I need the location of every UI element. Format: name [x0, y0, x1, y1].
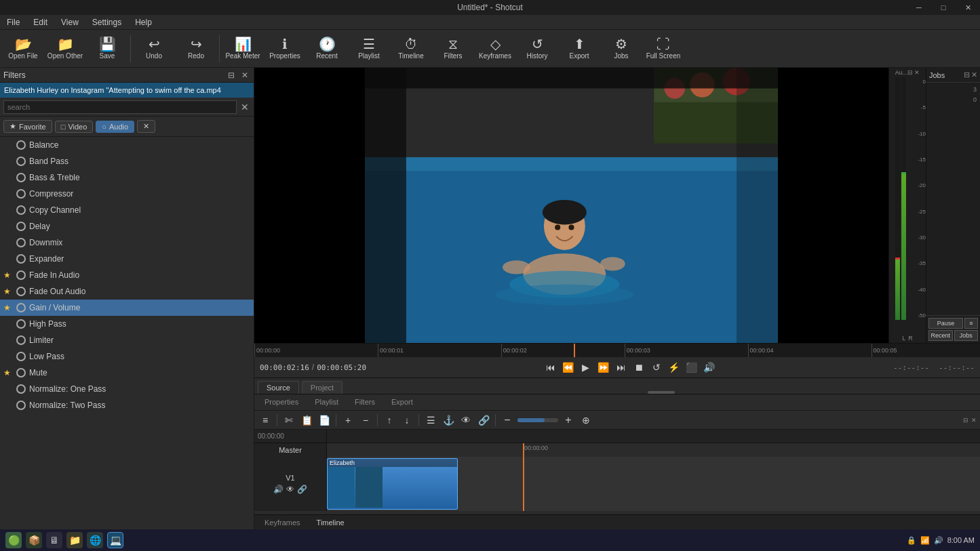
taskbar-icon-4[interactable]: 🌐	[87, 532, 103, 548]
filter-normalize-one[interactable]: Normalize: One Pass	[0, 381, 254, 397]
tab-source[interactable]: Source	[258, 381, 299, 394]
tab-properties[interactable]: Properties	[258, 396, 305, 409]
taskbar-start[interactable]: 🟢	[5, 532, 22, 548]
close-btn[interactable]: ✕	[956, 0, 980, 15]
meter-ctrl-2[interactable]: ✕	[914, 69, 920, 76]
toggle-btn-4[interactable]: ⬛	[684, 360, 699, 375]
tl-panel-ctrl-1[interactable]: ⊟	[963, 417, 968, 424]
tl-zoom-out-btn[interactable]: −	[500, 413, 515, 428]
filter-gain-volume[interactable]: ★ Gain / Volume	[0, 300, 254, 316]
filter-balance[interactable]: Balance	[0, 137, 254, 153]
maximize-btn[interactable]: □	[931, 0, 956, 15]
tab-playlist[interactable]: Playlist	[308, 396, 345, 409]
toggle-btn-1[interactable]: ⏹	[631, 360, 646, 375]
tab-export[interactable]: Export	[385, 396, 420, 409]
tl-ripple-btn[interactable]: ⚓	[441, 413, 456, 428]
tl-zoom-in-btn[interactable]: +	[561, 413, 576, 428]
undo-button[interactable]: ↩ Undo	[134, 31, 174, 66]
filter-limiter[interactable]: Limiter	[0, 332, 254, 348]
search-clear-btn[interactable]: ✕	[239, 102, 250, 113]
filter-low-pass[interactable]: Low Pass	[0, 348, 254, 365]
skip-start-btn[interactable]: ⏮	[543, 360, 558, 375]
tab-project[interactable]: Project	[302, 381, 342, 394]
save-button[interactable]: 💾 Save	[87, 31, 128, 66]
toggle-btn-5[interactable]: 🔊	[702, 360, 717, 375]
menu-view[interactable]: View	[54, 15, 85, 30]
tl-append-btn[interactable]: ✄	[281, 413, 296, 428]
video-player[interactable]	[254, 68, 888, 343]
open-other-button[interactable]: 📁 Open Other	[45, 31, 85, 66]
peak-meter-button[interactable]: 📊 Peak Meter	[222, 31, 263, 66]
open-file-button[interactable]: 📂 Open File	[3, 31, 43, 66]
taskbar-icon-1[interactable]: 📦	[26, 532, 42, 548]
filters-undock-btn[interactable]: ⊟	[226, 70, 237, 81]
prev-frame-btn[interactable]: ⏪	[561, 360, 576, 375]
clip-elizabeth[interactable]: Elizabeth	[327, 458, 458, 510]
meter-ctrl-1[interactable]: ⊟	[907, 69, 913, 76]
search-input[interactable]	[3, 100, 237, 114]
menu-help[interactable]: Help	[128, 15, 159, 30]
filter-delay[interactable]: Delay	[0, 218, 254, 234]
filter-normalize-two[interactable]: Normalize: Two Pass	[0, 397, 254, 413]
jobs-menu-button[interactable]: ≡	[964, 318, 978, 329]
export-button[interactable]: ⬆ Export	[559, 31, 600, 66]
filters-button[interactable]: ⧖ Filters	[433, 31, 473, 66]
playlist-button[interactable]: ☰ Playlist	[349, 31, 389, 66]
tl-drop-btn[interactable]: ↓	[399, 413, 414, 428]
tl-scrub-btn[interactable]: 👁	[458, 413, 473, 428]
filter-mute[interactable]: ★ Mute	[0, 365, 254, 381]
skip-end-btn[interactable]: ⏭	[614, 360, 629, 375]
tab-timeline[interactable]: Timeline	[310, 517, 351, 528]
jobs-ctrl-2[interactable]: ✕	[971, 70, 977, 79]
jobs-ctrl-1[interactable]: ⊟	[964, 70, 970, 79]
next-frame-btn[interactable]: ⏩	[596, 360, 611, 375]
jobs-button[interactable]: ⚙ Jobs	[601, 31, 642, 66]
filter-expander[interactable]: Expander	[0, 251, 254, 267]
filter-bass-treble[interactable]: Bass & Treble	[0, 169, 254, 186]
menu-settings[interactable]: Settings	[85, 15, 128, 30]
tl-overwrite-btn[interactable]: ☰	[423, 413, 438, 428]
redo-button[interactable]: ↪ Redo	[176, 31, 216, 66]
filter-compressor[interactable]: Compressor	[0, 186, 254, 202]
tl-menu-btn[interactable]: ≡	[258, 413, 273, 428]
shotcut-active-icon[interactable]: 💻	[107, 532, 123, 548]
audio-icon-btn[interactable]: 🔊	[273, 485, 283, 494]
play-btn[interactable]: ▶	[579, 360, 593, 375]
filter-fade-out-audio[interactable]: ★ Fade Out Audio	[0, 283, 254, 300]
full-screen-button[interactable]: ⛶ Full Screen	[643, 31, 684, 66]
tl-snap-btn[interactable]: 🔗	[476, 413, 491, 428]
filter-downmix[interactable]: Downmix	[0, 234, 254, 251]
tl-paste-btn[interactable]: 📄	[317, 413, 332, 428]
jobs-view-button[interactable]: Jobs	[954, 330, 979, 341]
link-icon-btn[interactable]: 🔗	[297, 485, 307, 494]
keyframes-button[interactable]: ◇ Keyframes	[475, 31, 515, 66]
tab-audio[interactable]: ○ Audio	[96, 121, 134, 133]
tab-favorite[interactable]: ★ Favorite	[3, 120, 52, 133]
tab-remove[interactable]: ✕	[137, 120, 155, 133]
filter-band-pass[interactable]: Band Pass	[0, 153, 254, 169]
menu-edit[interactable]: Edit	[26, 15, 54, 30]
tl-add-track-btn[interactable]: +	[340, 413, 355, 428]
recent-button[interactable]: 🕐 Recent	[307, 31, 347, 66]
tl-zoom-bar[interactable]	[517, 418, 558, 422]
toggle-btn-2[interactable]: ↺	[649, 360, 664, 375]
tl-panel-ctrl-2[interactable]: ✕	[971, 417, 977, 424]
tab-keyframes[interactable]: Keyframes	[258, 517, 307, 528]
filter-copy-channel[interactable]: Copy Channel	[0, 202, 254, 218]
minimize-btn[interactable]: ─	[907, 0, 931, 15]
tab-filters[interactable]: Filters	[348, 396, 382, 409]
tl-copy-btn[interactable]: 📋	[299, 413, 314, 428]
tl-fit-btn[interactable]: ⊕	[579, 413, 593, 428]
tl-lift-btn[interactable]: ↑	[382, 413, 397, 428]
menu-file[interactable]: File	[0, 15, 26, 30]
taskbar-icon-2[interactable]: 🖥	[46, 532, 62, 548]
filter-high-pass[interactable]: High Pass	[0, 316, 254, 332]
filter-fade-in-audio[interactable]: ★ Fade In Audio	[0, 267, 254, 283]
pause-button[interactable]: Pause	[928, 318, 963, 329]
properties-button[interactable]: ℹ Properties	[264, 31, 305, 66]
taskbar-icon-3[interactable]: 📁	[66, 532, 83, 548]
filters-close-btn[interactable]: ✕	[239, 70, 250, 81]
recent-jobs-button[interactable]: Recent	[928, 330, 953, 341]
tl-remove-track-btn[interactable]: −	[358, 413, 373, 428]
timeline-button[interactable]: ⏱ Timeline	[391, 31, 431, 66]
